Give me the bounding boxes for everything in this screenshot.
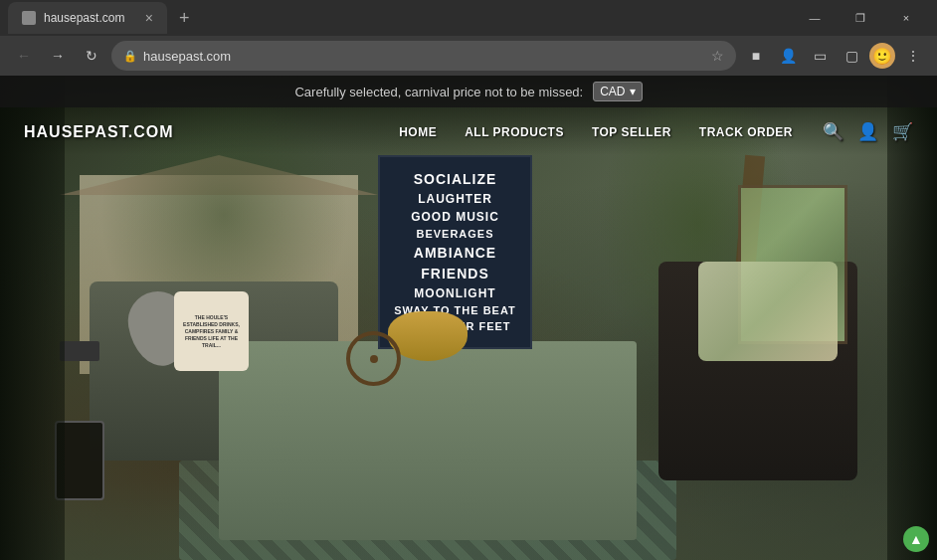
announcement-text: Carefully selected, carnival price not t… — [294, 85, 583, 99]
tab-favicon — [22, 11, 36, 25]
site-wrapper: THE HOULE'S ESTABLISHED DRINKS, CAMPFIRE… — [0, 76, 937, 560]
profile-emoji: 🙂 — [872, 47, 892, 66]
nav-home[interactable]: HOME — [399, 125, 437, 139]
restore-button[interactable]: ❐ — [838, 0, 883, 36]
window-controls: — ❐ × — [792, 0, 929, 36]
announcement-bar: Carefully selected, carnival price not t… — [0, 76, 937, 107]
site-nav: HAUSEPAST.COM HOME ALL PRODUCTS TOP SELL… — [0, 107, 937, 156]
back-button[interactable]: ← — [10, 42, 38, 70]
menu-button[interactable]: ⋮ — [899, 42, 927, 70]
profile-avatar[interactable]: 🙂 — [869, 43, 895, 69]
nav-track-order[interactable]: TRACK ORDER — [699, 125, 793, 139]
sign-line-6: FRIENDS — [390, 264, 520, 284]
nav-top-seller[interactable]: TOP SELLER — [592, 125, 671, 139]
active-tab[interactable]: hausepast.com × — [8, 2, 167, 34]
url-input[interactable] — [143, 49, 705, 64]
close-button[interactable]: × — [883, 0, 929, 36]
site-logo[interactable]: HAUSEPAST.COM — [24, 123, 174, 141]
nav-all-products[interactable]: ALL PRODUCTS — [465, 125, 564, 139]
search-icon[interactable]: 🔍 — [823, 121, 843, 142]
sign-line-7: MOONLIGHT — [390, 284, 520, 302]
pillow-white: THE HOULE'S ESTABLISHED DRINKS, CAMPFIRE… — [174, 291, 249, 371]
bookmark-icon[interactable]: ☆ — [711, 48, 724, 64]
nav-links: HOME ALL PRODUCTS TOP SELLER TRACK ORDER — [399, 125, 793, 139]
new-tab-button[interactable]: + — [171, 4, 198, 33]
sign-line-2: LAUGHTER — [390, 190, 520, 208]
account-icon[interactable]: 👤 — [857, 121, 878, 142]
reload-button[interactable]: ↻ — [78, 42, 105, 70]
extension-badge[interactable]: ▲ — [903, 526, 929, 552]
tab-bar: hausepast.com × + — ❐ × — [0, 0, 937, 36]
ssl-lock-icon: 🔒 — [123, 50, 137, 63]
extension-icon: ▲ — [909, 531, 923, 547]
chair-cushion — [698, 262, 838, 361]
save-button[interactable]: ▢ — [838, 42, 865, 70]
sign-board-text: SOCIALIZE LAUGHTER GOOD MUSIC BEVERAGES … — [390, 169, 520, 335]
tab-title: hausepast.com — [44, 11, 124, 25]
tab-close-button[interactable]: × — [145, 11, 153, 25]
currency-selector[interactable]: CAD ▾ — [593, 82, 642, 101]
lantern-top — [60, 341, 99, 361]
minimize-button[interactable]: — — [792, 0, 838, 36]
address-bar[interactable]: 🔒 ☆ — [111, 41, 736, 71]
wheel-decoration — [346, 331, 401, 386]
currency-arrow-icon: ▾ — [630, 85, 636, 98]
extensions-button[interactable]: ■ — [742, 42, 770, 70]
currency-value: CAD — [600, 85, 625, 98]
browser-chrome: hausepast.com × + — ❐ × ← → ↻ 🔒 ☆ ■ 👤 ▭ … — [0, 0, 937, 76]
cart-icon[interactable]: 🛒 — [892, 121, 913, 142]
cast-button[interactable]: ▭ — [806, 42, 834, 70]
sign-line-3: GOOD MUSIC — [390, 208, 520, 226]
sign-line-4: BEVERAGES — [390, 226, 520, 243]
pillow-text: THE HOULE'S ESTABLISHED DRINKS, CAMPFIRE… — [174, 310, 249, 353]
sign-line-1: SOCIALIZE — [390, 169, 520, 190]
forward-button[interactable]: → — [44, 42, 72, 70]
furniture-table — [219, 341, 637, 540]
toolbar-right-buttons: ■ 👤 ▭ ▢ 🙂 ⋮ — [742, 42, 927, 70]
profile-button-1[interactable]: 👤 — [774, 42, 802, 70]
browser-toolbar: ← → ↻ 🔒 ☆ ■ 👤 ▭ ▢ 🙂 ⋮ — [0, 36, 937, 76]
nav-icons: 🔍 👤 🛒 — [823, 121, 913, 142]
sign-line-5: AMBIANCE — [390, 243, 520, 264]
